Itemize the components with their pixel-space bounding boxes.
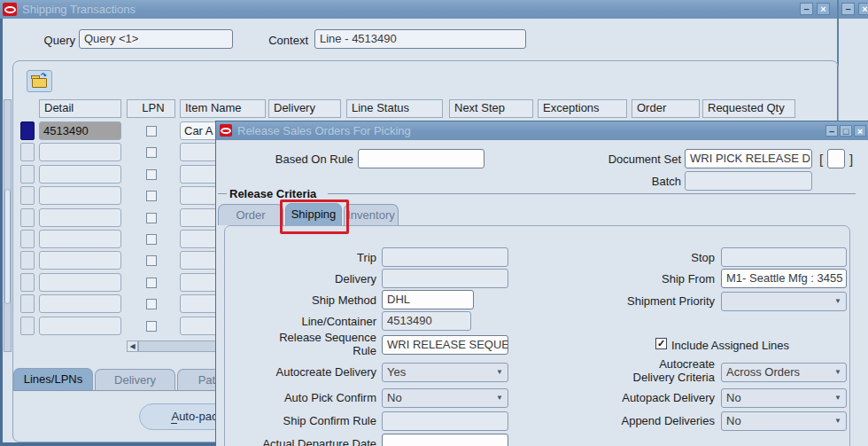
ship-confirm-rule-label: Ship Confirm Rule [226,414,376,427]
dialog-minimize-icon[interactable]: – [825,125,838,137]
detail-cell[interactable] [39,143,121,161]
autocreate-delivery-dropdown[interactable]: Yes ▼ [382,363,508,382]
window-left-border [0,19,3,446]
ship-confirm-rule-input[interactable] [382,411,508,431]
batch-input[interactable] [685,171,812,191]
row-selector[interactable] [20,230,35,248]
delivery-input[interactable] [382,269,508,288]
chevron-down-icon: ▼ [834,364,841,381]
based-on-rule-input[interactable] [358,149,484,168]
release-sequence-rule-input[interactable]: WRI RELEASE SEQUE [382,335,508,355]
auto-pick-confirm-dropdown[interactable]: No ▼ [382,388,508,408]
lpn-checkbox[interactable] [146,278,157,288]
shipment-priority-dropdown[interactable]: ▼ [721,292,847,311]
mdi-close-icon[interactable]: × [858,3,868,15]
close-icon[interactable]: × [817,3,830,15]
detail-cell[interactable] [39,317,121,335]
lpn-checkbox[interactable] [146,169,157,180]
detail-cell[interactable] [39,208,121,227]
row-selector[interactable] [20,143,35,161]
chevron-down-icon: ▼ [496,364,503,381]
ship-method-label: Ship Method [226,293,376,307]
scroll-left-icon[interactable]: ◀ [127,340,138,352]
lpn-checkbox[interactable] [146,234,157,245]
detail-cell[interactable] [39,186,121,205]
record-scrollbar[interactable] [4,99,12,352]
include-assigned-lines-label: Include Assigned Lines [671,339,789,352]
ship-from-input[interactable]: M1- Seattle Mfg : 3455 1 [721,269,847,288]
column-header-next-step: Next Step [449,99,533,118]
release-criteria-legend: Release Criteria [229,187,316,200]
release-sales-orders-dialog: Release Sales Orders For Picking – □ × B… [215,121,868,446]
column-header-line-status: Line Status [346,99,443,118]
tab-order[interactable]: Order [218,204,283,225]
row-selector[interactable] [20,208,35,227]
auto-pick-confirm-value: No [387,391,402,404]
detail-cell[interactable] [39,230,121,248]
tab-delivery[interactable]: Delivery [95,369,175,390]
row-selector[interactable] [20,251,35,270]
chevron-down-icon: ▼ [834,293,841,310]
query-label: Query [9,34,75,47]
context-input[interactable]: Line - 4513490 [314,29,526,49]
document-set-lov-button[interactable] [827,149,845,168]
detail-cell[interactable] [39,273,121,292]
column-header-item-name: Item Name [180,99,266,118]
main-window-title: Shipping Transactions [22,0,136,19]
append-deliveries-dropdown[interactable]: No ▼ [721,411,847,431]
append-deliveries-label: Append Deliveries [546,414,715,427]
autocreate-delivery-value: Yes [387,365,406,379]
auto-pick-confirm-label: Auto Pick Confirm [226,391,376,404]
annotation-highlight-box [280,200,349,234]
query-input[interactable]: Query <1> [79,29,233,49]
detail-cell[interactable]: 4513490 [39,121,121,140]
minimize-icon[interactable]: – [800,3,813,15]
lpn-checkbox[interactable] [146,321,157,332]
column-header-detail: Detail [39,99,121,118]
main-window-titlebar: Shipping Transactions – × – × [0,0,868,19]
dialog-titlebar: Release Sales Orders For Picking – □ × [216,121,868,140]
row-selector[interactable] [20,317,35,335]
mdi-minimize-icon[interactable]: – [841,3,855,15]
detail-cell[interactable] [39,165,121,184]
autopack-delivery-value: No [726,391,741,404]
lpn-checkbox[interactable] [146,213,157,223]
trip-label: Trip [226,251,376,264]
autocreate-delivery-label: Autocreate Delivery [226,365,376,379]
actual-departure-date-input[interactable] [382,434,508,446]
column-header-exceptions: Exceptions [538,99,627,118]
row-selector[interactable] [20,294,35,313]
context-label: Context [229,34,308,47]
line-container-label: Line/Container [226,315,376,328]
stop-input[interactable] [721,247,847,267]
mnemonic-underline [171,423,177,424]
row-selector[interactable] [20,121,35,140]
autopack-delivery-dropdown[interactable]: No ▼ [721,388,847,408]
batch-label: Batch [566,175,681,188]
dialog-close-icon[interactable]: × [854,125,866,137]
lpn-checkbox[interactable] [146,147,157,158]
autocreate-delivery-criteria-dropdown[interactable]: Across Orders ▼ [721,363,847,382]
tab-lines-lpns[interactable]: Lines/LPNs [13,368,93,390]
lpn-checkbox[interactable] [146,299,157,309]
row-selector[interactable] [20,273,35,292]
detail-cell[interactable] [39,294,121,313]
include-assigned-lines-checkbox[interactable]: ✓ [655,338,667,349]
open-folder-icon[interactable]: ↷ [27,70,52,92]
dialog-maximize-icon[interactable]: □ [840,125,852,137]
shipment-priority-label: Shipment Priority [546,294,715,308]
document-set-input[interactable]: WRI PICK RELEASE D [685,149,812,168]
lpn-checkbox[interactable] [146,255,157,266]
tab-inventory[interactable]: Inventory [344,204,399,225]
autocreate-delivery-criteria-value: Across Orders [726,365,800,379]
append-deliveries-value: No [726,414,741,427]
lpn-checkbox[interactable] [146,126,157,137]
row-selector[interactable] [20,165,35,184]
record-scrollbar-thumb[interactable] [4,189,11,304]
row-selector[interactable] [20,186,35,205]
detail-cell[interactable] [39,251,121,270]
line-container-input[interactable]: 4513490 [382,311,471,331]
lpn-checkbox[interactable] [146,191,157,201]
trip-input[interactable] [382,247,508,267]
ship-method-input[interactable]: DHL [382,290,474,309]
